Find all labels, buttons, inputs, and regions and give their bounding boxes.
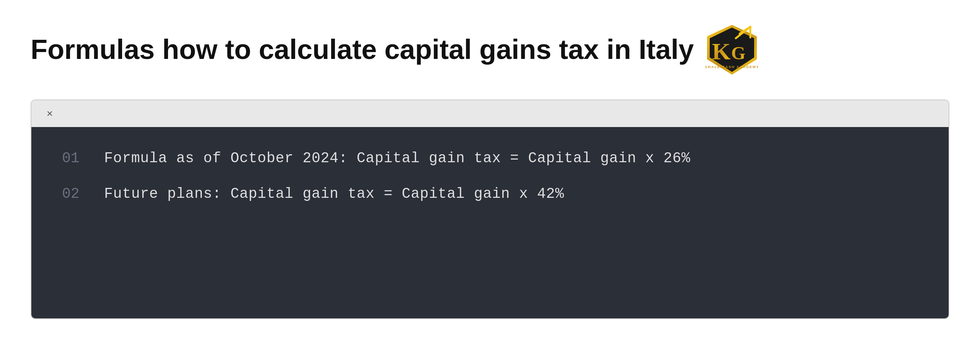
logo-badge: K G GHALEIBASH ACADEMY bbox=[705, 23, 759, 77]
code-line: 02Future plans: Capital gain tax = Capit… bbox=[62, 186, 918, 202]
code-text: Formula as of October 2024: Capital gain… bbox=[104, 150, 691, 166]
line-number: 01 bbox=[62, 150, 85, 166]
line-number: 02 bbox=[62, 186, 85, 202]
page-title: Formulas how to calculate capital gains … bbox=[31, 34, 694, 65]
logo-icon: K G GHALEIBASH ACADEMY bbox=[705, 23, 759, 77]
header-section: Formulas how to calculate capital gains … bbox=[31, 23, 949, 77]
code-tab-bar: × bbox=[31, 100, 949, 127]
close-button[interactable]: × bbox=[43, 107, 57, 121]
code-container: × 01Formula as of October 2024: Capital … bbox=[31, 99, 949, 319]
code-body: 01Formula as of October 2024: Capital ga… bbox=[31, 127, 949, 318]
code-line: 01Formula as of October 2024: Capital ga… bbox=[62, 150, 918, 166]
svg-text:GHALEIBASH ACADEMY: GHALEIBASH ACADEMY bbox=[705, 65, 759, 69]
code-text: Future plans: Capital gain tax = Capital… bbox=[104, 186, 564, 202]
svg-text:G: G bbox=[731, 43, 745, 63]
svg-text:K: K bbox=[712, 38, 730, 64]
